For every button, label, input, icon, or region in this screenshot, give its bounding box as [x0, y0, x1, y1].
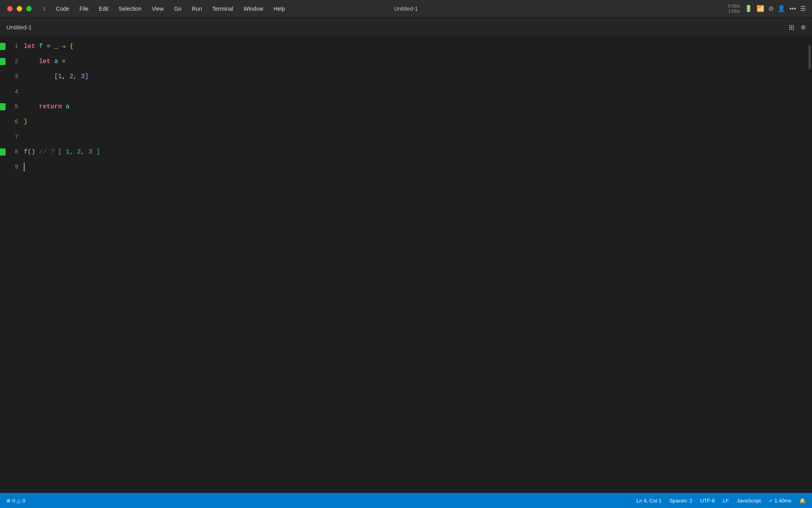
line-number-row-1: 1	[0, 39, 18, 54]
menu-file[interactable]: File	[76, 4, 93, 13]
num-2: 2	[69, 73, 73, 80]
line-num-8: 8	[9, 149, 18, 156]
maximize-button[interactable]	[26, 6, 32, 12]
indent-5	[24, 103, 39, 110]
return-a: a	[66, 103, 70, 110]
menu-code[interactable]: Code	[52, 4, 73, 13]
minimize-button[interactable]	[17, 6, 22, 12]
network-stats: 5 KB/s 1 KB/s	[728, 4, 740, 14]
menu-edit[interactable]: Edit	[95, 4, 112, 13]
dots-icon: •••	[789, 5, 796, 12]
code-area[interactable]: let f = _ ⇒ { let a = [ 1 , 2	[24, 37, 812, 493]
error-icon: ⊗	[6, 498, 11, 504]
active-tab[interactable]: Untitled-1	[6, 24, 32, 31]
indent-2	[24, 58, 39, 65]
comma-1: ,	[62, 73, 69, 80]
menu-run[interactable]: Run	[188, 4, 206, 13]
line-ending-status[interactable]: LF	[723, 498, 729, 504]
comma-2: ,	[73, 73, 81, 80]
line-num-5: 5	[9, 104, 18, 110]
code-line-4	[24, 84, 812, 99]
encoding-status[interactable]: UTF-8	[700, 498, 715, 504]
position-text: Ln 9, Col 1	[636, 498, 661, 504]
code-line-5: return a	[24, 99, 812, 114]
run-button-2[interactable]	[0, 58, 6, 65]
menu-go[interactable]: Go	[170, 4, 186, 13]
space-5	[62, 103, 66, 110]
timing-status[interactable]: ✓ 1.40ms	[769, 498, 791, 504]
fn-f: f	[39, 43, 43, 50]
keyword-let-1: let	[24, 43, 35, 50]
close-button[interactable]	[7, 6, 13, 12]
language-status[interactable]: JavaScript	[737, 498, 761, 504]
tabbar: Untitled-1 ⊞	[0, 17, 812, 37]
spaces-status[interactable]: Spaces: 2	[669, 498, 692, 504]
var-a: a	[54, 58, 58, 65]
arrow: ⇒	[62, 42, 66, 50]
open-bracket: [	[54, 73, 58, 80]
eq-2: =	[58, 58, 65, 65]
tab-label: Untitled-1	[6, 24, 32, 31]
comment-result: [ 1, 2, 3 ]	[58, 148, 100, 156]
split-editor-icon[interactable]: ⊞	[789, 23, 795, 32]
code-line-2: let a =	[24, 54, 812, 69]
line-num-3: 3	[9, 73, 18, 80]
line-number-row-3: 3	[0, 69, 18, 84]
spaces-text: Spaces: 2	[669, 498, 692, 504]
run-button-8[interactable]	[0, 148, 6, 156]
cursor-line	[24, 163, 25, 171]
menu-bar:  Code File Edit Selection View Go Run T…	[40, 4, 728, 13]
line-num-1: 1	[9, 43, 18, 50]
language-text: JavaScript	[737, 498, 761, 504]
position-status[interactable]: Ln 9, Col 1	[636, 498, 661, 504]
code-line-7	[24, 129, 812, 144]
line-number-row-5: 5	[0, 99, 18, 114]
menu-view[interactable]: View	[148, 4, 168, 13]
traffic-lights	[0, 6, 32, 12]
fn-call: f	[24, 148, 28, 156]
warning-count: 0	[22, 498, 25, 504]
scrollbar-thumb[interactable]	[808, 45, 811, 69]
menu-terminal[interactable]: Terminal	[208, 4, 237, 13]
eq-1: =	[43, 43, 54, 50]
triangle-icon: △	[17, 498, 21, 504]
notifications-icon[interactable]: 🔔	[799, 498, 806, 504]
space-3	[66, 43, 70, 50]
editor: 1 2 3 4 5 6 7 8	[0, 37, 812, 493]
line-number-row-9: 9	[0, 160, 18, 175]
code-line-3: [ 1 , 2 , 3 ]	[24, 69, 812, 84]
code-line-9	[24, 160, 812, 175]
bell-icon: 🔔	[799, 498, 806, 504]
line-num-9: 9	[9, 164, 18, 171]
run-button-1[interactable]	[0, 43, 6, 50]
titlebar-right: 5 KB/s 1 KB/s 🔋 📶 ⊘ 👤 ••• ☰	[728, 4, 812, 14]
scrollbar[interactable]	[807, 37, 812, 493]
menu-window[interactable]: Window	[239, 4, 267, 13]
apple-menu[interactable]: 	[40, 4, 50, 13]
menu-help[interactable]: Help	[270, 4, 289, 13]
code-line-8: f () // ? [ 1, 2, 3 ]	[24, 144, 812, 160]
param: _	[54, 43, 58, 50]
errors-status[interactable]: ⊗ 0 △ 0	[6, 498, 25, 504]
timing-text: ✓ 1.40ms	[769, 498, 791, 504]
titlebar:  Code File Edit Selection View Go Run T…	[0, 0, 812, 17]
num-3: 3	[81, 73, 85, 80]
line-num-4: 4	[9, 89, 18, 95]
tabbar-right: ⊞	[789, 23, 806, 32]
menu-selection[interactable]: Selection	[115, 4, 146, 13]
line-number-row-2: 2	[0, 54, 18, 69]
parens: ()	[28, 148, 35, 156]
list-icon: ☰	[800, 5, 806, 12]
line-ending-text: LF	[723, 498, 729, 504]
run-button-5[interactable]	[0, 103, 6, 110]
status-right: Ln 9, Col 1 Spaces: 2 UTF-8 LF JavaScrip…	[636, 498, 806, 504]
keyword-let-2: let	[39, 58, 50, 65]
line-numbers: 1 2 3 4 5 6 7 8	[0, 37, 24, 493]
error-count: 0	[12, 498, 15, 504]
line-num-7: 7	[9, 134, 18, 140]
line-number-row-6: 6	[0, 114, 18, 129]
space-6	[35, 148, 39, 156]
line-num-2: 2	[9, 58, 18, 65]
space-1	[35, 43, 39, 50]
code-line-1: let f = _ ⇒ {	[24, 39, 812, 54]
